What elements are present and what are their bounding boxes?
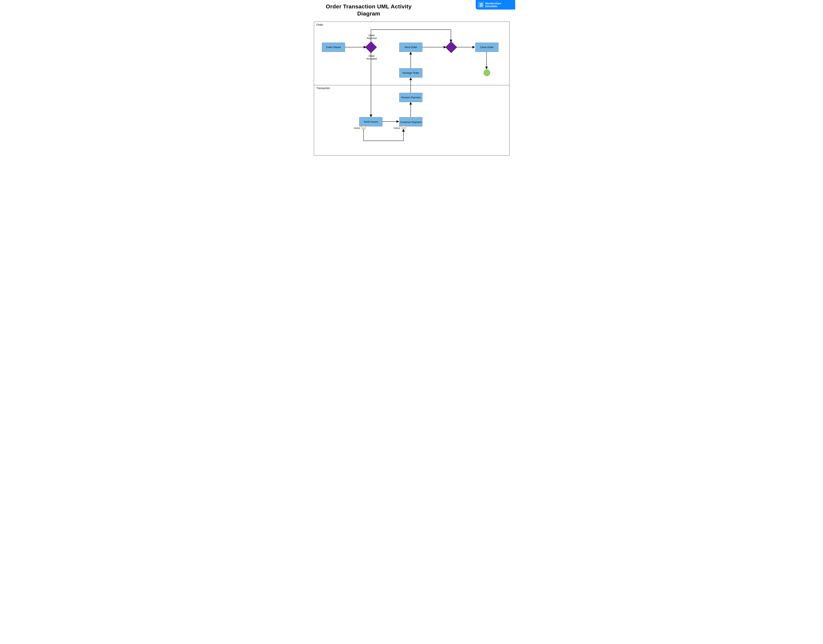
activity-send-order: Send Order: [399, 43, 422, 52]
swimlane-container: Order Transaction Order Placed Send Orde…: [314, 21, 509, 155]
brand-text: Wondershare EdrawMax: [485, 2, 501, 8]
object-pin-invoice-out: [362, 126, 365, 129]
activity-customer-payment: Customer Payment: [399, 117, 422, 126]
diagram-title: Order Transaction UML Activity Diagram: [323, 3, 415, 17]
brand-line1: Wondershare: [485, 2, 501, 5]
pin-label-invoice-in: Ivoice: [393, 127, 401, 130]
decision-label-accepted: Order Accepted: [366, 55, 377, 60]
decision-order-accept-reject: [365, 41, 377, 53]
edrawmax-logo-icon: [478, 2, 484, 8]
activity-process-payment: Process Payment: [399, 93, 422, 102]
activity-send-invoice: Send Invoice: [359, 117, 382, 126]
lane-label-order: Order: [316, 23, 323, 26]
final-node: [484, 69, 490, 76]
activity-package-order: Package Order: [399, 68, 422, 78]
brand-line2: EdrawMax: [485, 5, 501, 8]
brand-badge: Wondershare EdrawMax: [476, 0, 515, 9]
edges-layer: [314, 22, 509, 155]
merge-node: [445, 41, 457, 53]
diagram-canvas: Order Transaction UML Activity Diagram W…: [308, 0, 515, 162]
lane-label-transaction: Transaction: [316, 87, 330, 90]
decision-label-rejected: Order Rejected: [366, 34, 377, 40]
pin-label-invoice-out: Ivoice: [353, 127, 361, 130]
activity-order-placed: Order Placed: [322, 43, 345, 52]
object-pin-invoice-in: [402, 126, 405, 129]
activity-close-order: Close Order: [475, 43, 498, 52]
